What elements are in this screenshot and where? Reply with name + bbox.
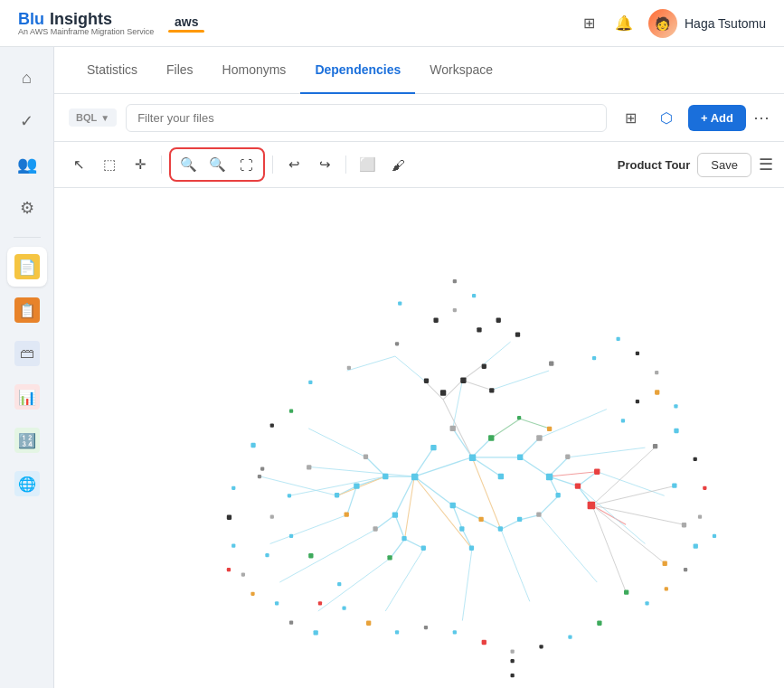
- svg-rect-129: [430, 445, 436, 450]
- svg-line-37: [414, 476, 472, 549]
- sidebar-app4[interactable]: 📊: [7, 377, 47, 417]
- content: Statistics Files Homonyms Dependencies W…: [54, 47, 784, 688]
- svg-rect-80: [472, 294, 476, 297]
- svg-rect-132: [450, 426, 456, 431]
- svg-rect-142: [335, 493, 339, 497]
- svg-line-66: [592, 505, 684, 524]
- svg-rect-146: [421, 546, 426, 551]
- svg-rect-126: [450, 503, 456, 508]
- svg-line-10: [520, 438, 539, 457]
- undo-btn[interactable]: ↩: [280, 151, 307, 178]
- svg-rect-152: [517, 517, 522, 522]
- logo-blu: Blu: [18, 10, 44, 29]
- select-tool-btn[interactable]: ↖: [65, 151, 92, 178]
- main-layout: ⌂ ✓ 👥 ⚙ 📄 📋 🗃 📊 🔢 🌐 Statistics Files: [0, 47, 784, 688]
- zoom-in-btn[interactable]: 🔍: [203, 151, 231, 178]
- svg-rect-106: [250, 592, 254, 596]
- sidebar-item-home[interactable]: ⌂: [7, 58, 47, 98]
- svg-line-59: [453, 381, 463, 429]
- svg-line-56: [539, 410, 606, 438]
- redo-btn[interactable]: ↪: [311, 151, 338, 178]
- svg-rect-120: [621, 419, 625, 422]
- svg-line-60: [395, 356, 424, 381]
- svg-rect-172: [482, 364, 486, 369]
- svg-line-62: [308, 429, 366, 457]
- svg-rect-70: [496, 318, 501, 323]
- svg-rect-167: [511, 674, 515, 677]
- svg-rect-150: [469, 546, 474, 551]
- svg-rect-99: [366, 621, 371, 626]
- add-node-btn[interactable]: ✛: [127, 151, 154, 178]
- svg-rect-115: [318, 601, 322, 605]
- svg-rect-144: [401, 536, 406, 541]
- grid-view-btn[interactable]: ⊞: [616, 103, 645, 132]
- sidebar-item-users[interactable]: 👥: [7, 145, 47, 184]
- svg-rect-153: [536, 512, 541, 516]
- svg-rect-109: [250, 443, 255, 448]
- svg-rect-101: [511, 659, 515, 663]
- sidebar-divider: [14, 237, 41, 238]
- svg-rect-104: [231, 543, 235, 547]
- filter-input[interactable]: [126, 104, 607, 132]
- sidebar-app3[interactable]: 🗃: [7, 334, 47, 373]
- lasso-tool-btn[interactable]: ⬚: [96, 151, 123, 178]
- tab-workspace[interactable]: Workspace: [415, 47, 507, 94]
- graph-canvas[interactable]: [54, 188, 784, 688]
- tab-files[interactable]: Files: [152, 47, 208, 94]
- tab-homonyms[interactable]: Homonyms: [208, 47, 301, 94]
- layout-btn[interactable]: ⬜: [354, 151, 381, 178]
- user-area[interactable]: 🧑 Haga Tsutomu: [648, 9, 766, 38]
- svg-rect-78: [636, 352, 639, 355]
- svg-rect-117: [308, 553, 313, 558]
- hamburger-icon[interactable]: ☰: [759, 155, 773, 174]
- graph-toolbar: ↖ ⬚ ✛ 🔍 🔍 ⛶ ↩ ↪ ⬜ 🖌 Product Tour Save ☰: [54, 142, 784, 188]
- svg-line-21: [376, 515, 395, 530]
- logo-area: Blu Insights An AWS Mainframe Migration …: [18, 10, 154, 36]
- aws-text: aws: [175, 14, 198, 29]
- svg-rect-88: [684, 568, 687, 571]
- svg-rect-83: [674, 429, 678, 433]
- sidebar-app5[interactable]: 🔢: [7, 420, 47, 460]
- svg-rect-161: [288, 494, 291, 497]
- svg-line-47: [279, 530, 375, 582]
- svg-rect-71: [515, 333, 520, 337]
- filter-graph-btn[interactable]: 🖌: [384, 151, 411, 178]
- sidebar-item-settings[interactable]: ⚙: [7, 188, 47, 228]
- svg-rect-151: [498, 526, 503, 531]
- sidebar-app2[interactable]: 📋: [7, 290, 47, 330]
- svg-rect-136: [565, 455, 570, 459]
- sidebar-app6[interactable]: 🌐: [7, 464, 47, 504]
- save-btn[interactable]: Save: [697, 153, 751, 177]
- aws-logo: aws: [168, 14, 204, 33]
- svg-line-30: [539, 495, 558, 514]
- sidebar: ⌂ ✓ 👥 ⚙ 📄 📋 🗃 📊 🔢 🌐: [0, 47, 54, 688]
- tab-statistics[interactable]: Statistics: [72, 47, 152, 94]
- svg-rect-147: [387, 555, 392, 560]
- svg-rect-108: [260, 467, 264, 470]
- svg-line-51: [501, 530, 530, 602]
- fit-view-btn[interactable]: ⛶: [232, 151, 260, 178]
- svg-rect-155: [653, 444, 657, 448]
- toolbar-right: Product Tour Save ☰: [618, 153, 773, 177]
- svg-rect-93: [539, 645, 543, 648]
- sidebar-app1[interactable]: 📄: [7, 247, 47, 287]
- graph-view-btn[interactable]: ⬡: [652, 103, 681, 132]
- zoom-out-btn[interactable]: 🔍: [175, 151, 202, 178]
- svg-line-68: [592, 505, 626, 592]
- svg-line-7: [453, 429, 472, 457]
- add-button[interactable]: + Add: [688, 105, 746, 131]
- bql-label[interactable]: BQL ▼: [69, 108, 117, 127]
- svg-rect-89: [665, 587, 668, 590]
- grid-icon[interactable]: ⊞: [580, 14, 600, 33]
- tab-dependencies[interactable]: Dependencies: [300, 47, 415, 94]
- more-options-button[interactable]: ⋯: [753, 108, 770, 127]
- svg-rect-84: [694, 457, 697, 461]
- svg-line-55: [568, 448, 645, 457]
- svg-rect-110: [270, 424, 274, 428]
- svg-rect-75: [549, 361, 553, 365]
- svg-rect-154: [588, 502, 596, 510]
- svg-line-42: [491, 419, 520, 438]
- sidebar-item-check[interactable]: ✓: [7, 101, 47, 141]
- network-graph: [54, 188, 784, 688]
- bell-icon[interactable]: 🔔: [614, 14, 634, 33]
